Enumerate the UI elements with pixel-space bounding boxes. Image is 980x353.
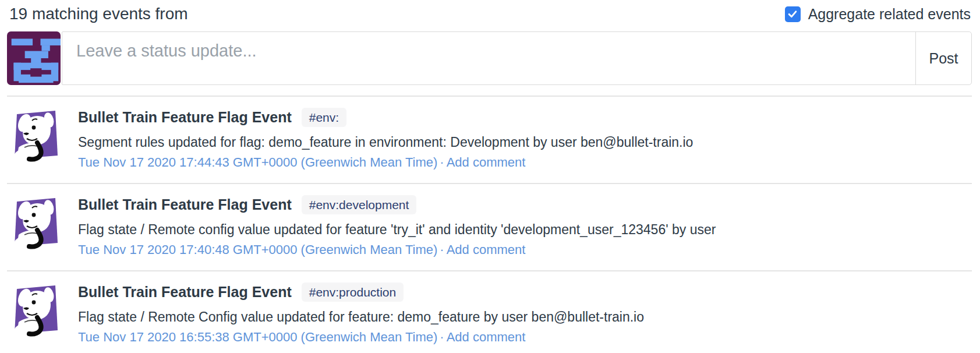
events-page: 19 matching events from Aggregate relate…: [0, 0, 980, 353]
event-content: Bullet Train Feature Flag Event #env: Se…: [78, 105, 693, 171]
event-title: Bullet Train Feature Flag Event: [78, 196, 292, 213]
event-row[interactable]: Bullet Train Feature Flag Event #env: Se…: [7, 96, 972, 183]
event-timestamp-link[interactable]: Tue Nov 17 2020 16:55:38 GMT+0000 (Green…: [78, 330, 437, 344]
event-tag[interactable]: #env:production: [302, 283, 404, 302]
event-description: Segment rules updated for flag: demo_fea…: [78, 133, 693, 151]
event-description: Flag state / Remote Config value updated…: [78, 308, 644, 326]
event-tag[interactable]: #env:: [302, 108, 346, 127]
separator-dot: ·: [437, 242, 446, 257]
post-button[interactable]: Post: [915, 32, 971, 84]
aggregate-checkbox[interactable]: [785, 6, 801, 22]
user-pixel-avatar-icon: [7, 31, 61, 85]
event-meta-row: Tue Nov 17 2020 17:40:48 GMT+0000 (Green…: [78, 242, 716, 258]
add-comment-link[interactable]: Add comment: [447, 330, 526, 344]
event-list: Bullet Train Feature Flag Event #env: Se…: [7, 96, 972, 353]
datadog-dog-avatar-icon: [7, 194, 63, 250]
event-timestamp-link[interactable]: Tue Nov 17 2020 17:44:43 GMT+0000 (Green…: [78, 155, 437, 170]
event-content: Bullet Train Feature Flag Event #env:pro…: [78, 280, 644, 345]
status-composer-box: Post: [62, 31, 972, 85]
status-update-input[interactable]: [62, 32, 915, 84]
datadog-dog-avatar-icon: [7, 281, 63, 337]
add-comment-link[interactable]: Add comment: [447, 155, 526, 170]
event-row[interactable]: Bullet Train Feature Flag Event #env:dev…: [7, 183, 972, 270]
add-comment-link[interactable]: Add comment: [447, 242, 526, 257]
event-title: Bullet Train Feature Flag Event: [78, 284, 292, 301]
aggregate-toggle[interactable]: Aggregate related events: [785, 6, 971, 23]
event-meta-row: Tue Nov 17 2020 17:44:43 GMT+0000 (Green…: [78, 154, 693, 171]
separator-dot: ·: [437, 330, 446, 344]
event-description: Flag state / Remote config value updated…: [78, 221, 716, 238]
event-title: Bullet Train Feature Flag Event: [78, 109, 292, 126]
event-row[interactable]: Bullet Train Feature Flag Event #env:pro…: [7, 270, 972, 353]
event-tag[interactable]: #env:development: [302, 195, 417, 214]
check-icon: [787, 8, 798, 20]
event-content: Bullet Train Feature Flag Event #env:dev…: [78, 193, 716, 258]
events-header: 19 matching events from Aggregate relate…: [7, 0, 972, 29]
event-timestamp-link[interactable]: Tue Nov 17 2020 17:40:48 GMT+0000 (Green…: [78, 242, 437, 257]
page-title: 19 matching events from: [9, 5, 188, 23]
aggregate-label: Aggregate related events: [808, 6, 971, 23]
event-meta-row: Tue Nov 17 2020 16:55:38 GMT+0000 (Green…: [78, 329, 644, 345]
separator-dot: ·: [437, 155, 446, 170]
datadog-dog-avatar-icon: [7, 107, 63, 163]
status-composer: Post: [7, 31, 972, 85]
